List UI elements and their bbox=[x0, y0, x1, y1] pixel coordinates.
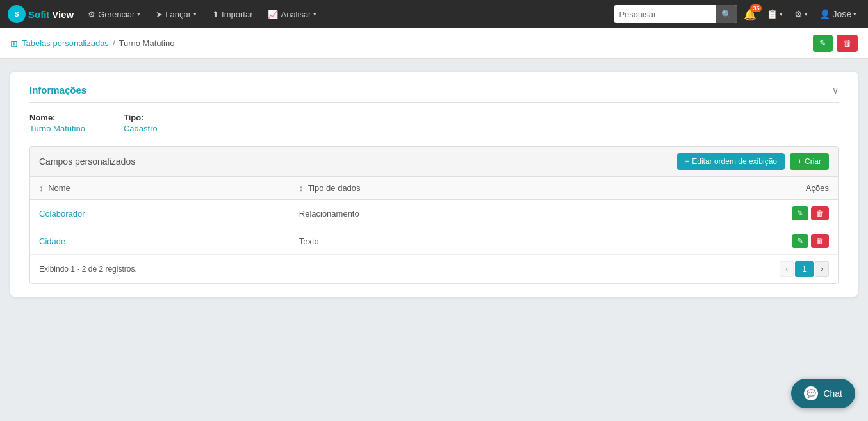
brand-view: View bbox=[52, 9, 74, 20]
cell-tipo: Relacionamento bbox=[290, 200, 614, 227]
search-input[interactable] bbox=[614, 10, 716, 19]
pagination-prev[interactable]: ‹ bbox=[780, 261, 794, 277]
nav-gerenciar[interactable]: ⚙ Gerenciar ▾ bbox=[81, 6, 147, 23]
info-label-nome: Nome: bbox=[29, 113, 85, 122]
plus-icon: + bbox=[798, 157, 802, 166]
brand: S Sofit View bbox=[8, 5, 74, 23]
breadcrumb-current: Turno Matutino bbox=[119, 38, 175, 48]
info-section-title: Informações bbox=[29, 85, 86, 95]
info-label-tipo: Tipo: bbox=[124, 113, 158, 122]
col-acoes: Ações bbox=[613, 177, 838, 200]
cell-tipo: Texto bbox=[290, 227, 614, 255]
user-name: Jose bbox=[832, 9, 851, 19]
nav-gerenciar-label: Gerenciar bbox=[98, 10, 135, 19]
gear-icon: ⚙ bbox=[88, 10, 95, 19]
table-icon: ⊞ bbox=[10, 38, 18, 49]
cell-acoes: ✎ 🗑 bbox=[613, 227, 838, 255]
col-nome: ↕ Nome bbox=[30, 177, 290, 200]
breadcrumb-bar: ⊞ Tabelas personalizadas / Turno Matutin… bbox=[0, 28, 868, 59]
info-value-tipo: Cadastro bbox=[124, 124, 158, 133]
row-action-group: ✎ 🗑 bbox=[622, 206, 829, 220]
row-delete-button[interactable]: 🗑 bbox=[811, 206, 829, 220]
col-nome-label: Nome bbox=[48, 183, 70, 193]
search-box: 🔍 bbox=[614, 5, 737, 23]
chevron-down-icon: ▾ bbox=[313, 11, 316, 17]
documents-button[interactable]: 📋 ▾ bbox=[763, 6, 787, 22]
arrow-icon: ➤ bbox=[156, 10, 163, 19]
table-body: Colaborador Relacionamento ✎ 🗑 Cidade Te… bbox=[30, 200, 838, 255]
campos-title: Campos personalizados bbox=[39, 156, 135, 167]
brand-logo: S bbox=[8, 5, 26, 23]
nav-importar-label: Importar bbox=[222, 10, 252, 19]
info-field-tipo: Tipo: Cadastro bbox=[124, 113, 158, 133]
info-value-nome: Turno Matutino bbox=[29, 124, 85, 133]
main-content: Informações ∨ Nome: Turno Matutino Tipo:… bbox=[0, 59, 868, 310]
search-button[interactable]: 🔍 bbox=[716, 5, 737, 23]
chevron-down-icon: ▾ bbox=[853, 11, 856, 17]
row-nome-link[interactable]: Cidade bbox=[39, 236, 65, 246]
nav-analisar-label: Analisar bbox=[281, 10, 311, 19]
info-section-header: Informações ∨ bbox=[29, 85, 839, 103]
row-edit-button[interactable]: ✎ bbox=[792, 234, 808, 248]
records-count: Exibindo 1 - 2 de 2 registros. bbox=[39, 265, 137, 274]
row-nome-link[interactable]: Colaborador bbox=[39, 209, 85, 219]
nav-importar[interactable]: ⬆ Importar bbox=[206, 6, 259, 23]
cell-nome: Colaborador bbox=[30, 200, 290, 227]
navbar-right: 🔍 🔔 35 📋 ▾ ⚙ ▾ 👤 Jose ▾ bbox=[614, 5, 860, 23]
campos-actions: ≡ Editar ordem de exibição + Criar bbox=[677, 153, 829, 170]
user-menu-button[interactable]: 👤 Jose ▾ bbox=[815, 6, 860, 22]
campos-table: ↕ Nome ↕ Tipo de dados Ações bbox=[30, 177, 838, 254]
list-icon: ≡ bbox=[685, 157, 689, 166]
edit-order-label: Editar ordem de exibição bbox=[692, 157, 777, 166]
chart-icon: 📈 bbox=[268, 10, 278, 19]
table-row: Cidade Texto ✎ 🗑 bbox=[30, 227, 838, 255]
row-action-group: ✎ 🗑 bbox=[622, 234, 829, 248]
chevron-down-icon: ▾ bbox=[805, 11, 808, 17]
table-row: Colaborador Relacionamento ✎ 🗑 bbox=[30, 200, 838, 227]
table-header-row: ↕ Nome ↕ Tipo de dados Ações bbox=[30, 177, 838, 200]
col-acoes-label: Ações bbox=[806, 183, 829, 193]
info-toggle-button[interactable]: ∨ bbox=[832, 85, 839, 95]
breadcrumb-parent-link[interactable]: Tabelas personalizadas bbox=[22, 38, 109, 48]
nav-lancar[interactable]: ➤ Lançar ▾ bbox=[149, 6, 203, 23]
chevron-down-icon: ▾ bbox=[780, 11, 783, 17]
cell-nome: Cidade bbox=[30, 227, 290, 255]
nav-analisar[interactable]: 📈 Analisar ▾ bbox=[261, 6, 323, 23]
notifications-badge: 35 bbox=[750, 4, 762, 12]
row-delete-button[interactable]: 🗑 bbox=[811, 234, 829, 248]
nav-lancar-label: Lançar bbox=[165, 10, 191, 19]
col-tipo: ↕ Tipo de dados bbox=[290, 177, 614, 200]
chevron-down-icon: ▾ bbox=[193, 11, 197, 17]
breadcrumb: ⊞ Tabelas personalizadas / Turno Matutin… bbox=[10, 38, 174, 49]
campos-header: Campos personalizados ≡ Editar ordem de … bbox=[29, 146, 839, 177]
chevron-down-icon: ▾ bbox=[137, 11, 140, 17]
brand-logo-text: S bbox=[14, 10, 19, 18]
table-footer: Exibindo 1 - 2 de 2 registros. ‹ 1 › bbox=[30, 254, 838, 283]
row-edit-button[interactable]: ✎ bbox=[792, 206, 808, 220]
campos-table-container: ↕ Nome ↕ Tipo de dados Ações bbox=[29, 177, 839, 284]
sort-tipo-icon[interactable]: ↕ bbox=[299, 183, 304, 193]
create-field-button[interactable]: + Criar bbox=[790, 153, 829, 170]
pagination-current: 1 bbox=[795, 261, 814, 277]
col-tipo-label: Tipo de dados bbox=[308, 183, 361, 193]
breadcrumb-actions: ✎ 🗑 bbox=[813, 35, 858, 52]
settings-button[interactable]: ⚙ ▾ bbox=[790, 6, 812, 22]
navbar: S Sofit View ⚙ Gerenciar ▾ ➤ Lançar ▾ ⬆ … bbox=[0, 0, 868, 28]
info-field-nome: Nome: Turno Matutino bbox=[29, 113, 85, 133]
create-field-label: Criar bbox=[805, 157, 821, 166]
brand-sofit: Sofit bbox=[28, 9, 49, 20]
delete-record-button[interactable]: 🗑 bbox=[837, 35, 858, 52]
edit-order-button[interactable]: ≡ Editar ordem de exibição bbox=[677, 153, 785, 170]
pagination: ‹ 1 › bbox=[780, 261, 829, 277]
upload-icon: ⬆ bbox=[212, 10, 219, 19]
edit-record-button[interactable]: ✎ bbox=[813, 35, 833, 52]
info-card: Informações ∨ Nome: Turno Matutino Tipo:… bbox=[10, 72, 858, 297]
cell-acoes: ✎ 🗑 bbox=[613, 200, 838, 227]
sort-nome-icon[interactable]: ↕ bbox=[39, 183, 44, 193]
breadcrumb-separator: / bbox=[113, 38, 115, 48]
notifications-button[interactable]: 🔔 35 bbox=[741, 6, 759, 23]
pagination-next[interactable]: › bbox=[815, 261, 829, 277]
info-fields: Nome: Turno Matutino Tipo: Cadastro bbox=[29, 113, 839, 133]
